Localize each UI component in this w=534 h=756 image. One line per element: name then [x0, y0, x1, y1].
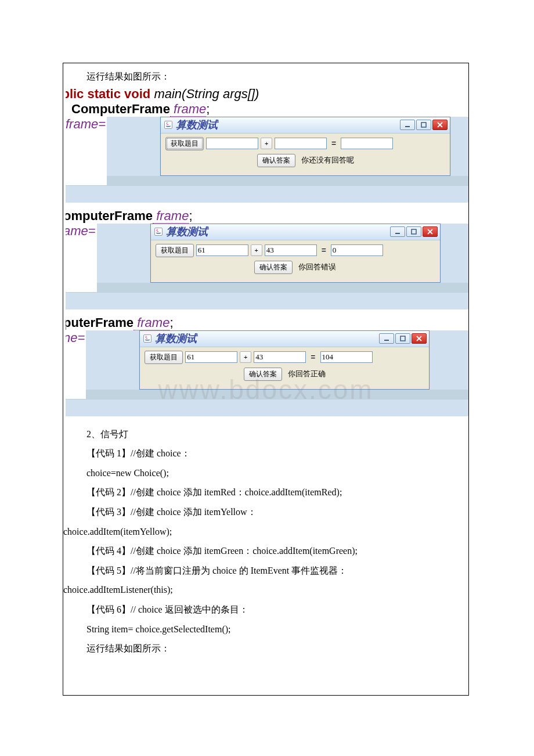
code-para-2: 【代码 2】//创建 choice 添加 itemRed：choice.addI… — [63, 483, 468, 502]
code-sep: ; — [189, 208, 192, 223]
operand-b-field[interactable] — [275, 138, 327, 149]
dialog-window-1: 算数测试 获取题目 + = — [160, 117, 450, 176]
code-var: frame= — [66, 117, 106, 131]
code-para-1b: choice=new Choice(); — [63, 463, 468, 483]
svg-rect-0 — [405, 126, 410, 127]
svg-rect-4 — [384, 340, 389, 341]
maximize-button[interactable] — [406, 226, 421, 237]
code-var: ame= — [66, 224, 96, 238]
window-title: 算数测试 — [176, 118, 400, 132]
code-para-6b: String item= choice.getSelectedItem(); — [63, 620, 468, 639]
svg-rect-2 — [395, 233, 400, 234]
java-icon — [143, 334, 151, 343]
get-question-button[interactable]: 获取题目 — [165, 137, 204, 150]
confirm-button[interactable]: 确认答案 — [257, 154, 295, 167]
answer-field[interactable] — [320, 351, 373, 363]
titlebar: 算数测试 — [140, 331, 429, 347]
doc-body: 运行结果如图所示： — [63, 63, 468, 87]
plus-icon: + — [240, 351, 251, 363]
code-var: frame — [134, 315, 169, 330]
svg-rect-1 — [421, 123, 426, 127]
code-para-4: 【代码 4】//创建 choice 添加 itemGreen：choice.ad… — [63, 541, 468, 561]
java-icon — [164, 121, 172, 129]
dialog-body: 获取题目 + = 确认答案 你回答正确 — [140, 347, 429, 389]
code-para-3a: 【代码 3】//创建 choice 添加 itemYellow： — [63, 502, 468, 522]
minimize-button[interactable] — [390, 226, 405, 237]
window-title: 算数测试 — [155, 332, 379, 345]
code-text: main(String args[]) — [150, 87, 259, 101]
minimize-button[interactable] — [400, 120, 415, 130]
dialog-body: 获取题目 + = 确认答案 你回答错误 — [151, 240, 440, 282]
code-para-5b: choice.addItemListener(this); — [63, 580, 468, 600]
intro-text: 运行结果如图所示： — [63, 67, 468, 87]
maximize-button[interactable] — [395, 333, 410, 344]
code-var: frame — [153, 208, 189, 224]
code-var: frame — [170, 102, 206, 117]
ide-snippet-2: omputerFrame frame; ame= 算数测试 — [66, 208, 468, 309]
code-type: ComputerFrame — [71, 102, 170, 116]
close-button[interactable] — [412, 333, 427, 344]
code-para-3b: choice.addItem(itemYellow); — [63, 522, 468, 542]
code-var: ne= — [66, 330, 85, 345]
ide-strip — [97, 283, 468, 292]
operand-a-field[interactable] — [206, 138, 258, 149]
answer-field[interactable] — [341, 138, 393, 149]
code-sep: ; — [169, 315, 173, 330]
dialog-window-3: 算数测试 获取题目 + = — [139, 330, 430, 390]
code-keyword: ublic static void — [66, 87, 150, 101]
code-para-1: 【代码 1】//创建 choice： — [63, 444, 468, 463]
get-question-button[interactable]: 获取题目 — [145, 351, 183, 364]
maximize-button[interactable] — [416, 120, 431, 130]
ide-pad — [66, 292, 468, 309]
window-title: 算数测试 — [166, 225, 390, 239]
ide-strip — [107, 176, 468, 185]
code-sep: ; — [206, 102, 210, 116]
code-para-6: 【代码 6】// choice 返回被选中的条目： — [63, 600, 468, 620]
close-button[interactable] — [432, 120, 448, 130]
confirm-button[interactable]: 确认答案 — [244, 368, 282, 381]
java-icon — [154, 228, 163, 236]
close-button[interactable] — [423, 226, 438, 237]
code-para-5a: 【代码 5】//将当前窗口注册为 choice 的 ItemEvent 事件监视… — [63, 561, 468, 581]
equals-label: = — [329, 139, 338, 148]
document-page: 运行结果如图所示： ublic static void main(String … — [63, 63, 469, 696]
operand-b-field[interactable] — [265, 244, 317, 256]
titlebar: 算数测试 — [161, 117, 450, 134]
code-type: omputerFrame — [66, 208, 153, 223]
minimize-button[interactable] — [379, 333, 394, 344]
get-question-button[interactable]: 获取题目 — [156, 244, 194, 257]
operand-a-field[interactable] — [185, 351, 237, 363]
ide-pad — [66, 185, 468, 203]
result-message: 你回答错误 — [295, 262, 336, 272]
equals-label: = — [319, 246, 329, 255]
ide-pad — [66, 399, 468, 416]
dialog-body: 获取题目 + = 确认答案 你还没有回答呢 — [161, 134, 450, 175]
code-type: puterFrame — [66, 315, 134, 330]
plus-icon: + — [261, 138, 272, 149]
plus-icon: + — [251, 244, 262, 256]
section-heading: 2、信号灯 — [63, 424, 468, 444]
code-para-7: 运行结果如图所示： — [63, 639, 468, 658]
equals-label: = — [308, 352, 317, 362]
ide-snippet-3: puterFrame frame; ne= 算数测试 — [66, 315, 468, 416]
titlebar: 算数测试 — [151, 224, 440, 240]
confirm-button[interactable]: 确认答案 — [254, 261, 293, 274]
ide-snippet-1: ublic static void main(String args[]) Co… — [66, 87, 468, 203]
dialog-window-2: 算数测试 获取题目 + = — [150, 224, 441, 283]
operand-b-field[interactable] — [254, 351, 306, 363]
result-message: 你还没有回答呢 — [298, 155, 354, 165]
svg-rect-5 — [400, 336, 405, 341]
answer-field[interactable] — [331, 244, 383, 256]
ide-strip — [86, 390, 468, 399]
result-message: 你回答正确 — [284, 369, 326, 379]
svg-rect-3 — [412, 229, 416, 234]
operand-a-field[interactable] — [196, 244, 248, 256]
